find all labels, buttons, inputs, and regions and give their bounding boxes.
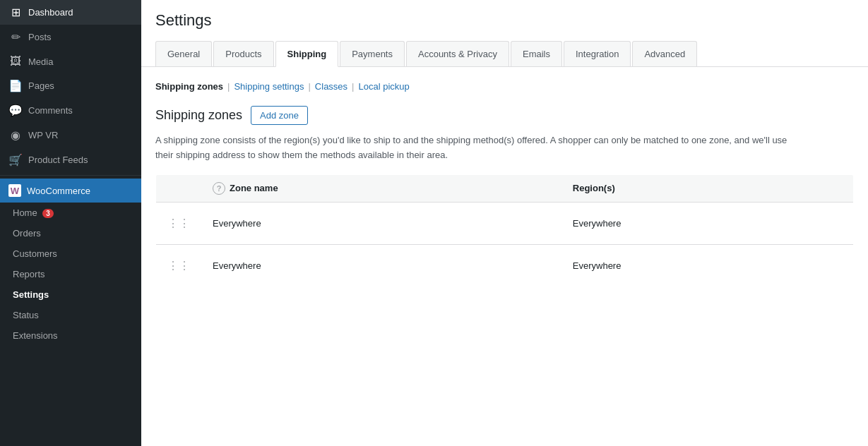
add-zone-button[interactable]: Add zone xyxy=(251,106,308,125)
drag-handle-1[interactable]: ⋮⋮ xyxy=(167,217,190,229)
sidebar-sub-customers[interactable]: Customers xyxy=(0,243,141,264)
drag-cell-2: ⋮⋮ xyxy=(156,244,202,287)
main-content: Settings General Products Shipping Payme… xyxy=(141,0,868,446)
dashboard-icon: ⊞ xyxy=(8,6,23,19)
regions-cell-1: Everywhere xyxy=(561,202,854,244)
tab-accounts-privacy[interactable]: Accounts & Privacy xyxy=(406,41,509,66)
page-header: Settings General Products Shipping Payme… xyxy=(141,0,868,67)
sidebar-item-dashboard[interactable]: ⊞ Dashboard xyxy=(0,0,141,25)
tab-shipping[interactable]: Shipping xyxy=(275,41,339,67)
posts-icon: ✏ xyxy=(8,30,23,44)
sidebar-item-product-feeds[interactable]: 🛒 Product Feeds xyxy=(0,147,141,172)
sidebar-label-pages: Pages xyxy=(28,80,54,91)
sub-nav-sep-1: | xyxy=(227,81,230,92)
woocommerce-menu-item[interactable]: W WooCommerce xyxy=(0,179,141,203)
wp-vr-icon: ◉ xyxy=(8,128,23,142)
pages-icon: 📄 xyxy=(8,79,23,92)
regions-cell-2: Everywhere xyxy=(561,244,854,287)
media-icon: 🖼 xyxy=(8,55,23,68)
sidebar-item-posts[interactable]: ✏ Posts xyxy=(0,25,141,49)
sidebar-sub-reports[interactable]: Reports xyxy=(0,264,141,284)
content-area: Shipping zones | Shipping settings | Cla… xyxy=(141,67,868,446)
tab-integration[interactable]: Integration xyxy=(564,41,631,66)
sidebar-sub-home[interactable]: Home 3 xyxy=(0,203,141,223)
tab-emails[interactable]: Emails xyxy=(511,41,562,66)
zone-name-help-icon[interactable]: ? xyxy=(213,182,225,195)
drag-handle-2[interactable]: ⋮⋮ xyxy=(167,260,190,272)
home-badge: 3 xyxy=(42,209,54,218)
th-zone-name: ? Zone name xyxy=(201,174,561,202)
shipping-sub-nav: Shipping zones | Shipping settings | Cla… xyxy=(155,81,854,92)
sub-nav-shipping-zones[interactable]: Shipping zones xyxy=(155,81,223,92)
sidebar-label-product-feeds: Product Feeds xyxy=(28,155,88,165)
tab-products[interactable]: Products xyxy=(213,41,273,66)
sub-nav-shipping-settings[interactable]: Shipping settings xyxy=(234,81,304,92)
shipping-zones-description: A shipping zone consists of the region(s… xyxy=(155,133,791,163)
section-header: Shipping zones Add zone xyxy=(155,106,854,125)
sidebar-label-media: Media xyxy=(28,56,53,67)
sidebar-item-comments[interactable]: 💬 Comments xyxy=(0,98,141,123)
table-row: ⋮⋮ Everywhere Everywhere xyxy=(156,244,854,287)
sidebar-item-wp-vr[interactable]: ◉ WP VR xyxy=(0,123,141,147)
sidebar-label-wp-vr: WP VR xyxy=(28,130,58,140)
tab-payments[interactable]: Payments xyxy=(340,41,405,66)
page-title: Settings xyxy=(155,11,854,30)
drag-cell-1: ⋮⋮ xyxy=(156,202,202,244)
woocommerce-icon: W xyxy=(8,184,21,197)
settings-tabs: General Products Shipping Payments Accou… xyxy=(155,41,854,66)
sub-nav-sep-3: | xyxy=(352,81,354,92)
zone-name-cell-2: Everywhere xyxy=(201,244,561,287)
th-regions: Region(s) xyxy=(561,174,854,202)
woocommerce-section: W WooCommerce Home 3 Orders Customers Re… xyxy=(0,175,141,346)
section-title: Shipping zones xyxy=(155,108,242,123)
table-header-row: ? Zone name Region(s) xyxy=(156,174,854,202)
comments-icon: 💬 xyxy=(8,104,23,117)
sidebar-sub-orders[interactable]: Orders xyxy=(0,223,141,243)
th-drag xyxy=(156,174,202,202)
sidebar-label-dashboard: Dashboard xyxy=(28,7,73,18)
zone-name-cell-1: Everywhere xyxy=(201,202,561,244)
product-feeds-icon: 🛒 xyxy=(8,153,23,167)
sub-nav-sep-2: | xyxy=(308,81,310,92)
tab-advanced[interactable]: Advanced xyxy=(632,41,697,66)
sidebar-label-posts: Posts xyxy=(28,32,52,42)
sub-nav-classes[interactable]: Classes xyxy=(315,81,347,92)
zones-table: ? Zone name Region(s) ⋮⋮ Everywhere Ever… xyxy=(155,174,854,287)
sub-nav-local-pickup[interactable]: Local pickup xyxy=(359,81,410,92)
sidebar-item-media[interactable]: 🖼 Media xyxy=(0,49,141,73)
sidebar-sub-status[interactable]: Status xyxy=(0,305,141,325)
sidebar-sub-extensions[interactable]: Extensions xyxy=(0,325,141,346)
sidebar-label-comments: Comments xyxy=(28,105,73,116)
tab-general[interactable]: General xyxy=(155,41,212,66)
table-row: ⋮⋮ Everywhere Everywhere xyxy=(156,202,854,244)
woocommerce-label: WooCommerce xyxy=(27,186,90,196)
sidebar-item-pages[interactable]: 📄 Pages xyxy=(0,73,141,98)
sidebar: ⊞ Dashboard ✏ Posts 🖼 Media 📄 Pages 💬 Co… xyxy=(0,0,141,446)
sidebar-sub-settings[interactable]: Settings xyxy=(0,284,141,305)
